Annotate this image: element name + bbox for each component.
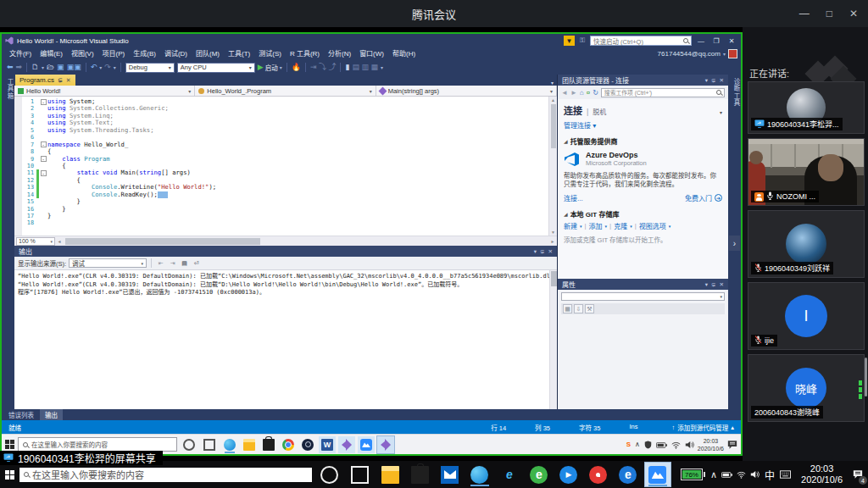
taskbar-app-word[interactable]: W — [319, 436, 336, 453]
tray-chevron-up-icon[interactable]: ∧ — [635, 441, 640, 448]
start-button-icon[interactable] — [5, 470, 14, 480]
solution-configuration-select[interactable]: Debug▾ — [125, 63, 175, 73]
menu-item-5[interactable]: 调试(D) — [160, 47, 192, 60]
bottom-tab-1[interactable]: 输出 — [40, 409, 63, 420]
taskbar-app-ie[interactable]: e — [497, 463, 522, 486]
menu-item-7[interactable]: 工具(T) — [224, 47, 254, 60]
scroll-right-icon[interactable]: ► — [548, 239, 557, 244]
pin-icon[interactable]: ⊊ — [711, 77, 715, 84]
participant-tile-2[interactable]: 1906040349刘跃祥 — [748, 210, 865, 278]
step-icons[interactable]: ⇥ ⤵ ⤴ — [310, 60, 337, 75]
property-pages-icon[interactable]: ⚒ — [585, 304, 594, 313]
redo-icon[interactable]: ↷ — [104, 60, 111, 75]
window-position-chevron-icon[interactable]: ▾ — [534, 248, 537, 255]
taskbar-app-edge[interactable] — [467, 463, 492, 486]
menu-item-9[interactable]: R 工具(R) — [286, 47, 324, 60]
navigate-back-icon[interactable]: ⬅ — [7, 60, 14, 75]
word-wrap-icon[interactable]: ⏎ — [192, 258, 201, 268]
toolbox-autohide-tab[interactable]: 工具箱 — [2, 78, 14, 100]
output-scrollbar[interactable] — [549, 270, 557, 409]
taskbar-app-visual-studio[interactable] — [377, 436, 394, 453]
scroll-down-icon[interactable]: ▼ — [551, 230, 555, 235]
expand-panel-icon[interactable]: › — [729, 236, 740, 251]
close-icon[interactable]: ✕ — [720, 77, 724, 84]
sidebar-scrollbar-thumb[interactable] — [865, 358, 867, 396]
participant-tile-4[interactable]: 晓峰2006040843谢晓峰 — [748, 354, 865, 422]
taskbar-app-explorer[interactable] — [241, 436, 258, 453]
editor-vertical-scrollbar[interactable]: ▲ ▼ — [548, 97, 557, 236]
task-view-button[interactable] — [201, 436, 218, 453]
taskbar-app-blue-browser[interactable]: e — [615, 463, 641, 486]
start-debug-button[interactable]: ▶ 启动 ▾ — [258, 60, 282, 75]
git-action-2[interactable]: 克隆 — [614, 221, 627, 230]
connect-plug-icon[interactable]: ¤ — [587, 89, 590, 97]
fold-collapse-icon[interactable]: - — [39, 141, 47, 148]
taskbar-app-store[interactable] — [260, 436, 277, 453]
vs-minimize-icon[interactable]: — — [695, 36, 707, 46]
work-item-search-input[interactable]: 搜索工作项 (Ctrl+') — [601, 88, 725, 97]
save-all-icon[interactable]: ▣▣ — [67, 60, 81, 75]
code-line[interactable]: 18 — [22, 219, 557, 226]
taskbar-app-red-app[interactable] — [586, 463, 611, 486]
code-line[interactable]: 9- class Program — [22, 156, 557, 163]
hotreload-icon[interactable]: 🔥 — [292, 60, 301, 75]
menu-item-1[interactable]: 编辑(E) — [36, 47, 67, 60]
vs-close-icon[interactable]: ✕ — [726, 36, 737, 46]
clock[interactable]: 20:03 2020/10/6 — [801, 463, 843, 485]
taskbar-app-player[interactable]: ▶ — [556, 463, 581, 486]
undo-icon[interactable]: ↶ — [91, 60, 97, 75]
chevron-down-icon[interactable]: ▾ — [114, 64, 116, 70]
tray-sogou-icon[interactable]: S — [626, 441, 631, 448]
tray-chevron-up-icon[interactable]: ∧ — [710, 469, 717, 480]
scrollbar-thumb[interactable] — [551, 271, 557, 286]
start-button-icon[interactable] — [5, 440, 14, 449]
local-git-header[interactable]: ◢ 本地 GIT 存储库 — [564, 209, 722, 219]
hscroll-thumb[interactable] — [65, 238, 260, 245]
vs-maximize-icon[interactable]: ❐ — [710, 36, 722, 46]
scrollbar-thumb[interactable] — [551, 104, 556, 148]
chevron-down-icon[interactable]: ▾ — [99, 64, 102, 70]
get-started-link[interactable]: 免费入门 — [685, 193, 712, 202]
menu-item-4[interactable]: 生成(B) — [129, 47, 160, 60]
categorized-icon[interactable]: ▦ — [563, 304, 572, 313]
window-position-chevron-icon[interactable]: ▾ — [705, 77, 708, 84]
close-icon[interactable]: ✕ — [720, 281, 724, 288]
participant-tile-1[interactable]: NOZOMI ... — [748, 138, 865, 206]
code-line[interactable]: 16 } — [22, 206, 557, 213]
taskbar-app-green-browser[interactable]: e — [526, 463, 552, 486]
taskbar-app-tencent-meeting[interactable] — [645, 463, 670, 486]
clear-all-icon[interactable]: ▤ — [180, 258, 189, 268]
back-icon[interactable]: ◄ — [561, 89, 568, 97]
open-file-icon[interactable]: 🗁 — [47, 60, 54, 75]
feedback-filter-icon[interactable]: ▼ — [564, 36, 575, 46]
vs-account[interactable]: 761744544@qq.com ▾ — [658, 49, 737, 58]
member-dropdown[interactable]: Main(string[] args) ▾ — [376, 86, 557, 96]
pin-icon[interactable]: ⊊ — [711, 281, 715, 288]
cortana-button[interactable] — [181, 436, 198, 453]
taskbar-search-input[interactable]: 在这里输入你要搜索的内容 — [19, 468, 312, 482]
output-text-area[interactable]: “Hello World!.exe”(CLR v4.0.30319: Defau… — [14, 270, 557, 409]
battery-indicator[interactable]: 76% — [681, 469, 705, 480]
properties-object-select[interactable]: ▾ — [561, 292, 725, 301]
home-icon[interactable]: ⌂ — [580, 89, 584, 97]
taskbar-app-mail[interactable] — [437, 463, 463, 486]
menu-item-2[interactable]: 视图(V) — [67, 47, 98, 60]
solution-platform-select[interactable]: Any CPU▾ — [177, 63, 255, 73]
taskbar-app-visual-studio[interactable] — [338, 436, 355, 453]
editor-horizontal-scrollbar[interactable]: 100 % ▾ ◄ ► — [14, 236, 557, 246]
menu-item-3[interactable]: 项目(P) — [98, 47, 130, 60]
save-icon[interactable]: ▣ — [57, 60, 64, 75]
window-position-chevron-icon[interactable]: ▾ — [705, 281, 708, 288]
quick-launch-input[interactable]: 快速启动 (Ctrl+Q) — [590, 36, 692, 46]
code-line[interactable]: 15 } — [22, 198, 557, 205]
task-view-button[interactable] — [348, 463, 373, 486]
participant-tile-3[interactable]: Iijie — [748, 282, 865, 350]
scroll-left-icon[interactable]: ◄ — [55, 239, 64, 244]
find-next-icon[interactable]: ⇥ — [168, 258, 177, 268]
tray-volume-icon[interactable] — [750, 467, 760, 482]
tab-program-cs[interactable]: Program.cs ⊊ ✕ — [15, 75, 75, 86]
hosted-providers-header[interactable]: ◢ 托管服务提供商 — [564, 136, 722, 146]
tray-battery-icon[interactable] — [656, 437, 667, 452]
menu-item-0[interactable]: 文件(F) — [5, 47, 36, 60]
editor-zoom-select[interactable]: 100 % ▾ — [16, 237, 55, 246]
